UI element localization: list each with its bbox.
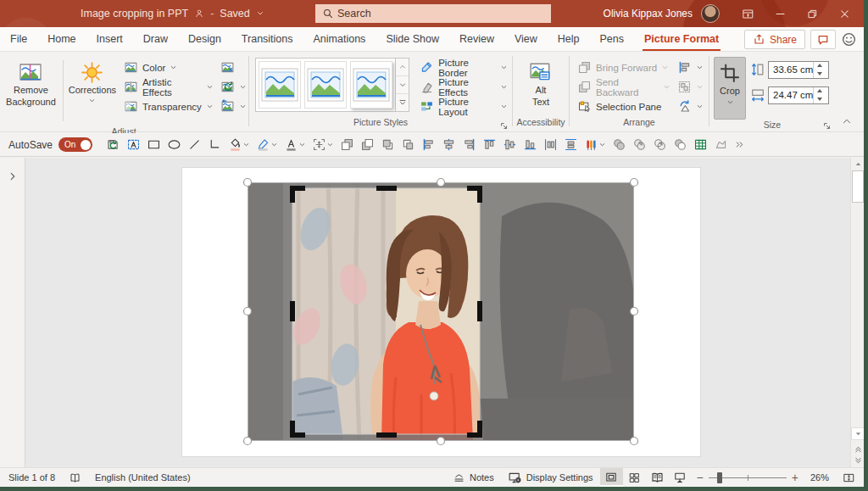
picture-layout-button[interactable]: Picture Layout [416, 97, 511, 116]
gallery-more[interactable] [396, 94, 409, 111]
align-right-button[interactable] [459, 135, 479, 155]
size-position-button[interactable] [309, 135, 337, 155]
tab-picture-format[interactable]: Picture Format [634, 27, 729, 51]
crop-button[interactable]: Crop [714, 57, 746, 120]
tab-slide-show[interactable]: Slide Show [376, 27, 449, 51]
slide-indicator[interactable]: Slide 1 of 8 [0, 468, 62, 487]
scrollbar-thumb[interactable] [852, 170, 864, 203]
align-center-button[interactable] [438, 135, 459, 155]
notes-button[interactable]: Notes [446, 468, 501, 487]
zoom-out-button[interactable]: − [697, 471, 704, 484]
size-dialog-launcher[interactable] [822, 121, 832, 131]
account-name[interactable]: Olivia Kippax Jones [604, 8, 693, 20]
avatar[interactable] [701, 4, 720, 23]
spell-check-button[interactable] [62, 468, 88, 487]
ribbon-display-options-button[interactable] [732, 0, 764, 27]
thumbnail-pane-collapsed[interactable] [0, 158, 25, 467]
distribute-vertical-button[interactable] [560, 135, 581, 155]
document-title-area[interactable]: Image cropping in PPT - Saved [81, 0, 264, 27]
merge-subtract-button[interactable] [670, 135, 690, 155]
height-spin-down[interactable] [814, 70, 826, 78]
height-spin-up[interactable] [814, 62, 826, 70]
merge-intersect-button[interactable] [649, 135, 670, 155]
comments-button[interactable] [810, 30, 836, 49]
zoom-level[interactable]: 26% [804, 468, 836, 487]
tab-transitions[interactable]: Transitions [231, 27, 303, 51]
width-spin-up[interactable] [814, 87, 826, 96]
scroll-up-button[interactable] [851, 158, 864, 170]
display-settings-button[interactable]: Display Settings [501, 468, 600, 487]
elbow-connector-button[interactable] [204, 135, 225, 155]
view-reading-button[interactable] [646, 468, 669, 487]
rectangle-button[interactable] [143, 135, 164, 155]
scroll-down-button[interactable] [851, 427, 864, 440]
shape-height-input[interactable] [769, 64, 813, 75]
merge-union-button[interactable] [609, 135, 629, 155]
picture-style-thumb[interactable] [350, 61, 392, 109]
tab-pens[interactable]: Pens [590, 27, 635, 51]
align-bottom-button[interactable] [520, 135, 540, 155]
shape-height-field[interactable] [768, 61, 829, 79]
width-spin-down[interactable] [814, 95, 826, 103]
view-slide-sorter-button[interactable] [623, 468, 646, 487]
view-normal-button[interactable] [600, 468, 623, 487]
align-top-button[interactable] [479, 135, 499, 155]
picture-styles-gallery[interactable] [255, 58, 396, 112]
font-color-button[interactable] [281, 135, 309, 155]
language-button[interactable]: English (United States) [88, 468, 198, 487]
align-middle-button[interactable] [499, 135, 520, 155]
tab-review[interactable]: Review [449, 27, 504, 51]
bring-forward-button[interactable]: Bring Forward [574, 58, 674, 77]
save-button[interactable] [103, 135, 123, 155]
restore-button[interactable] [796, 0, 828, 27]
picture-border-button[interactable]: Picture Border [416, 58, 511, 77]
tab-animations[interactable]: Animations [303, 27, 376, 51]
send-backward-button[interactable]: Send Backward [574, 77, 674, 97]
tab-draw[interactable]: Draw [133, 27, 178, 51]
remove-background-button[interactable]: Remove Background [0, 57, 62, 111]
minimize-button[interactable] [764, 0, 796, 27]
distribute-horizontal-button[interactable] [540, 135, 560, 155]
group-objects-button[interactable] [674, 77, 708, 97]
shape-fill-button[interactable] [225, 135, 253, 155]
picture-style-thumb[interactable] [259, 61, 301, 109]
change-picture-button[interactable] [217, 77, 248, 97]
table-button[interactable] [690, 135, 710, 155]
tab-file[interactable]: File [0, 27, 37, 51]
fit-slide-button[interactable] [836, 468, 864, 487]
selection-pane-button[interactable]: Selection Pane [574, 97, 674, 116]
collapse-ribbon-icon[interactable] [842, 116, 852, 126]
zoom-track[interactable] [709, 477, 787, 478]
tab-view[interactable]: View [504, 27, 548, 51]
color-button[interactable]: Color [120, 58, 217, 77]
next-slide-button[interactable] [851, 455, 864, 467]
feedback-smiley-icon[interactable] [841, 31, 857, 47]
oval-button[interactable] [164, 135, 184, 155]
tab-insert[interactable]: Insert [86, 27, 133, 51]
gallery-scroll-up[interactable] [396, 59, 409, 76]
freeform-button[interactable] [710, 135, 731, 155]
zoom-knob[interactable] [717, 472, 722, 483]
saved-status[interactable]: Saved [220, 8, 249, 20]
share-button[interactable]: Share [744, 30, 805, 49]
saved-dropdown-icon[interactable] [256, 9, 264, 18]
zoom-slider[interactable]: − + [692, 471, 804, 484]
tab-design[interactable]: Design [178, 27, 231, 51]
shape-width-input[interactable] [769, 90, 813, 100]
compress-pictures-button[interactable] [217, 58, 248, 77]
alt-text-button[interactable]: Alt Text [521, 57, 560, 111]
vertical-scrollbar[interactable] [850, 158, 864, 467]
search-box[interactable]: Search [315, 4, 551, 23]
shape-width-field[interactable] [768, 86, 829, 104]
send-to-back-button[interactable] [398, 135, 418, 155]
autosave-control[interactable]: AutoSave On [8, 137, 92, 152]
reset-picture-button[interactable] [217, 97, 248, 116]
bring-forward-button[interactable] [337, 135, 357, 155]
picture-being-cropped[interactable] [248, 182, 634, 441]
align-objects-button[interactable] [674, 58, 708, 77]
shape-outline-button[interactable] [253, 135, 281, 155]
zoom-in-button[interactable]: + [792, 471, 798, 484]
picture-style-thumb[interactable] [304, 61, 347, 109]
picture-styles-dialog-launcher[interactable] [499, 121, 509, 131]
tab-help[interactable]: Help [548, 27, 590, 51]
